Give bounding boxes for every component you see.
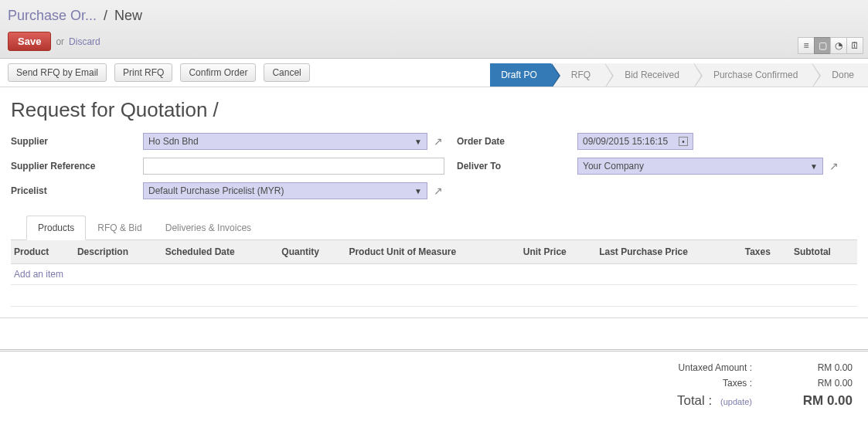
order-date-input[interactable]: 09/09/2015 15:16:15 •	[577, 133, 693, 150]
col-quantity[interactable]: Quantity	[278, 240, 345, 264]
order-date-label: Order Date	[457, 136, 565, 147]
save-button[interactable]: Save	[8, 32, 51, 51]
send-rfq-button[interactable]: Send RFQ by Email	[8, 63, 107, 82]
chevron-down-icon: ▼	[414, 187, 422, 195]
total-label: Total : (update)	[659, 393, 752, 409]
status-step-bid-received[interactable]: Bid Received	[604, 63, 693, 87]
untaxed-amount-label: Untaxed Amount :	[659, 362, 752, 373]
breadcrumb: Purchase Or... / New	[0, 0, 868, 24]
chevron-down-icon: ▼	[810, 162, 818, 171]
view-list-icon[interactable]: ≡	[798, 37, 815, 54]
pricelist-label: Pricelist	[11, 185, 131, 196]
cancel-button[interactable]: Cancel	[264, 63, 309, 82]
calendar-icon: •	[679, 137, 688, 146]
view-calendar-icon[interactable]: 🗓	[846, 37, 863, 54]
col-description[interactable]: Description	[74, 240, 162, 264]
external-link-icon[interactable]: ↗	[828, 160, 840, 172]
page-title: Request for Quotation /	[11, 95, 857, 133]
discard-link[interactable]: Discard	[69, 36, 100, 47]
confirm-order-button[interactable]: Confirm Order	[180, 63, 256, 82]
col-product[interactable]: Product	[11, 240, 74, 264]
deliver-to-select[interactable]: Your Company ▼	[577, 158, 823, 175]
supplier-select[interactable]: Ho Sdn Bhd ▼	[143, 133, 427, 150]
external-link-icon[interactable]: ↗	[432, 185, 444, 197]
products-table: Product Description Scheduled Date Quant…	[11, 240, 857, 307]
col-scheduled-date[interactable]: Scheduled Date	[162, 240, 279, 264]
supplier-value: Ho Sdn Bhd	[148, 136, 199, 147]
view-switcher: ≡ ▢ ◔ 🗓	[798, 37, 863, 54]
status-step-purchase-confirmed[interactable]: Purchase Confirmed	[693, 63, 812, 87]
deliver-to-value: Your Company	[583, 161, 644, 171]
status-bar: Draft PO RFQ Bid Received Purchase Confi…	[490, 63, 868, 87]
add-item-link[interactable]: Add an item	[14, 269, 63, 280]
external-link-icon[interactable]: ↗	[432, 135, 444, 148]
pricelist-value: Default Purchase Pricelist (MYR)	[148, 185, 284, 196]
supplier-ref-input[interactable]	[143, 158, 444, 175]
supplier-ref-label: Supplier Reference	[11, 161, 131, 171]
order-date-value: 09/09/2015 15:16:15	[583, 136, 668, 147]
col-subtotal[interactable]: Subtotal	[791, 240, 857, 264]
tab-products[interactable]: Products	[26, 216, 86, 240]
tabs: Products RFQ & Bid Deliveries & Invoices	[11, 215, 857, 240]
taxes-value: RM 0.00	[783, 378, 853, 389]
breadcrumb-parent[interactable]: Purchase Or...	[8, 8, 97, 23]
status-step-draft-po[interactable]: Draft PO	[490, 63, 551, 87]
col-product-uom[interactable]: Product Unit of Measure	[345, 240, 519, 264]
tab-rfq-bid[interactable]: RFQ & Bid	[86, 216, 153, 240]
taxes-label: Taxes :	[659, 378, 752, 389]
col-taxes[interactable]: Taxes	[742, 240, 791, 264]
table-row: Add an item	[11, 264, 857, 285]
chevron-down-icon: ▼	[414, 138, 422, 146]
view-form-icon[interactable]: ▢	[814, 37, 831, 54]
deliver-to-label: Deliver To	[457, 161, 565, 171]
untaxed-amount-value: RM 0.00	[783, 362, 853, 373]
tab-deliveries-invoices[interactable]: Deliveries & Invoices	[154, 216, 263, 240]
or-text: or	[56, 36, 64, 47]
view-graph-icon[interactable]: ◔	[830, 37, 847, 54]
col-last-purchase-price[interactable]: Last Purchase Price	[596, 240, 742, 264]
update-link[interactable]: (update)	[720, 397, 752, 406]
table-row-empty	[11, 285, 857, 307]
col-unit-price[interactable]: Unit Price	[520, 240, 596, 264]
pricelist-select[interactable]: Default Purchase Pricelist (MYR) ▼	[143, 182, 427, 199]
breadcrumb-current: New	[114, 8, 142, 23]
total-value: RM 0.00	[783, 393, 853, 409]
supplier-label: Supplier	[11, 136, 131, 147]
print-rfq-button[interactable]: Print RFQ	[114, 63, 172, 82]
